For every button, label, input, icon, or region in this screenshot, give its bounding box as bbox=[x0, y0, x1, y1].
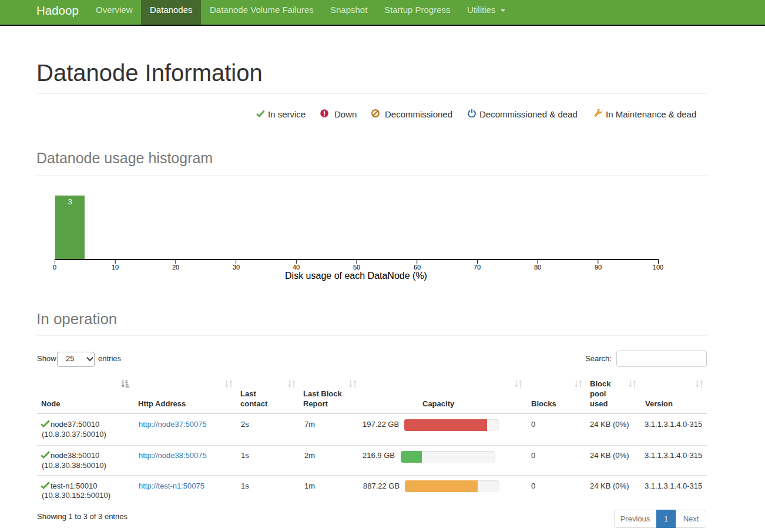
svg-text:60: 60 bbox=[414, 264, 421, 271]
svg-text:100: 100 bbox=[653, 264, 663, 271]
svg-text:Disk usage of each DataNode (%: Disk usage of each DataNode (%) bbox=[285, 271, 427, 281]
svg-text:40: 40 bbox=[293, 264, 300, 271]
svg-text:50: 50 bbox=[353, 264, 360, 271]
svg-text:70: 70 bbox=[474, 264, 481, 271]
svg-text:30: 30 bbox=[233, 264, 240, 271]
svg-text:3: 3 bbox=[68, 197, 72, 206]
svg-text:10: 10 bbox=[112, 264, 119, 271]
svg-text:20: 20 bbox=[172, 264, 179, 271]
svg-text:0: 0 bbox=[53, 264, 56, 271]
svg-text:80: 80 bbox=[534, 264, 541, 271]
svg-text:90: 90 bbox=[595, 264, 602, 271]
